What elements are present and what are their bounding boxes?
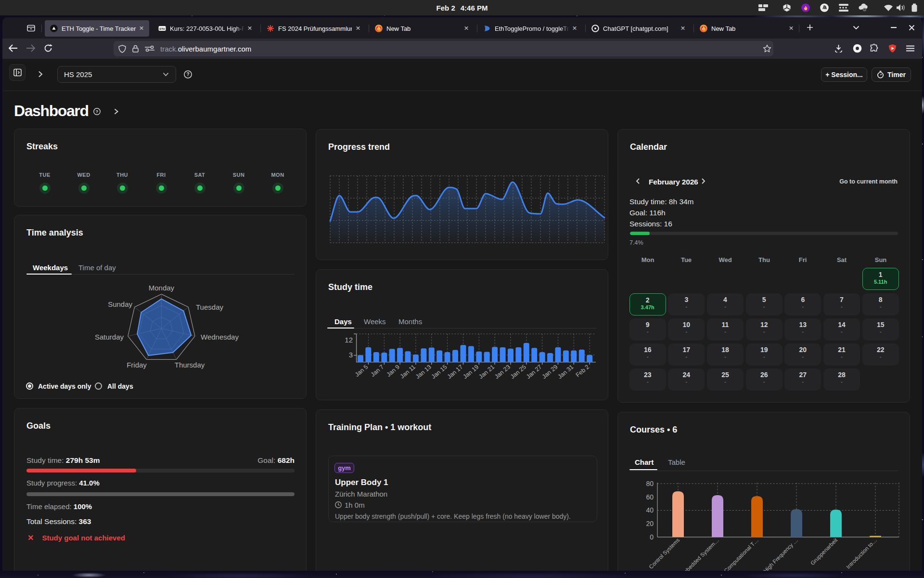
svg-text:Gruppenarbeit: Gruppenarbeit (809, 537, 839, 566)
svg-text:Monday: Monday (149, 284, 175, 292)
svg-text:ETH: ETH (160, 27, 165, 30)
svg-text:Jan 21: Jan 21 (477, 364, 496, 381)
svg-text:12: 12 (345, 336, 353, 344)
svg-text:Jan 31: Jan 31 (556, 364, 575, 381)
svg-text:Introduction to…: Introduction to… (845, 537, 878, 570)
svg-text:Jan 7: Jan 7 (370, 364, 385, 378)
svg-text:Thursday: Thursday (175, 361, 205, 369)
svg-text:Wednesday: Wednesday (201, 333, 239, 341)
svg-text:Jan 15: Jan 15 (430, 364, 449, 381)
svg-text:80: 80 (646, 480, 654, 487)
svg-text:Jan 9: Jan 9 (385, 364, 401, 378)
svg-text:Jan 29: Jan 29 (541, 364, 559, 381)
svg-text:Sunday: Sunday (108, 300, 132, 308)
svg-text:Jan 27: Jan 27 (525, 364, 543, 381)
svg-text:3: 3 (349, 351, 353, 359)
svg-text:Jan 13: Jan 13 (414, 364, 433, 381)
svg-text:40: 40 (646, 506, 654, 514)
svg-text:Jan 19: Jan 19 (462, 364, 480, 381)
svg-text:0: 0 (650, 533, 654, 541)
svg-text:Jan 5: Jan 5 (354, 364, 369, 378)
svg-text:Control Systems: Control Systems (648, 537, 680, 570)
svg-text:Feb 2: Feb 2 (575, 364, 591, 379)
svg-text:Saturday: Saturday (95, 333, 124, 341)
svg-text:Computational T…: Computational T… (723, 537, 759, 571)
svg-text:Jan 17: Jan 17 (446, 364, 464, 381)
svg-text:?: ? (96, 109, 98, 114)
svg-text:20: 20 (646, 520, 654, 527)
svg-text:Jan 23: Jan 23 (493, 364, 512, 381)
svg-text:Embedded System…: Embedded System… (679, 537, 720, 571)
svg-text:Jan 25: Jan 25 (509, 364, 527, 381)
svg-text:Friday: Friday (127, 361, 147, 369)
svg-text:Tuesday: Tuesday (196, 303, 223, 311)
svg-text:?: ? (186, 72, 189, 77)
svg-text:High Frequency …: High Frequency … (762, 537, 799, 571)
svg-text:60: 60 (646, 493, 654, 501)
svg-text:Jan 11: Jan 11 (399, 364, 417, 380)
